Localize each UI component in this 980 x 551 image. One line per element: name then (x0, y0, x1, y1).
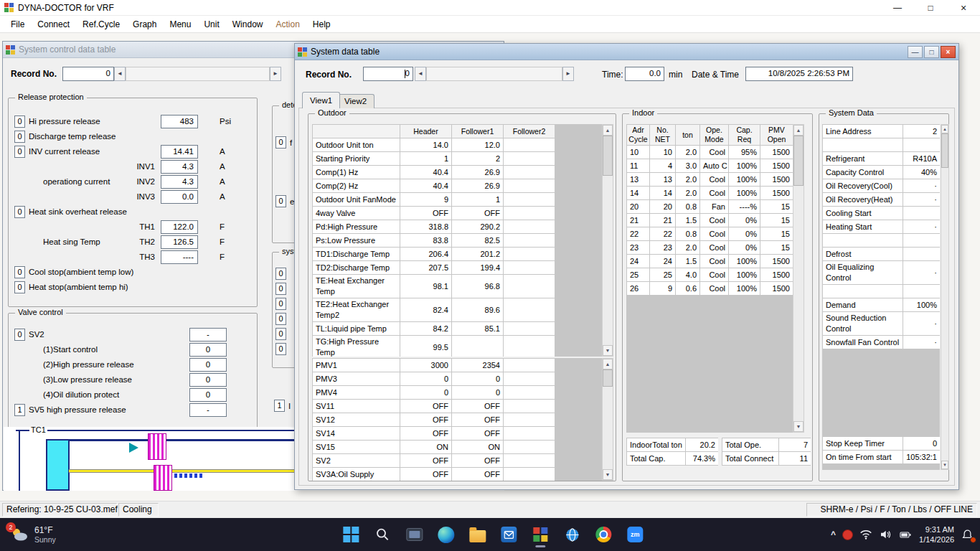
menu-help[interactable]: Help (306, 17, 337, 32)
table-cell: 13 (627, 173, 650, 187)
scroll-down-button[interactable]: ▼ (941, 461, 948, 469)
table-cell: 1 (400, 152, 452, 166)
table-cell: 1500 (760, 159, 793, 173)
app-maximize-button[interactable]: □ (914, 0, 947, 16)
scrollbar-thumb[interactable] (941, 133, 948, 168)
notification-bell-icon[interactable] (961, 528, 974, 542)
table-row: TE:Heat Exchanger Temp98.196.8 (313, 275, 555, 298)
record-next-button[interactable]: ► (562, 67, 574, 81)
flag-box: 0 (275, 328, 286, 340)
table-cell: Follower2 (504, 125, 555, 138)
taskbar-icon-edge[interactable] (432, 520, 459, 549)
volume-icon[interactable] (879, 528, 892, 541)
scroll-up-button[interactable]: ▲ (793, 125, 804, 136)
scrollbar-track[interactable] (941, 168, 948, 461)
taskbar-icon-zoom[interactable]: zm (621, 520, 649, 549)
menu-graph[interactable]: Graph (126, 17, 163, 32)
table-cell (504, 386, 555, 400)
table-cell (823, 285, 903, 298)
record-no-field[interactable]: 0 (363, 67, 413, 81)
table-cell: 26.9 (452, 179, 504, 193)
table-cell: TL:Liquid pipe Temp (313, 322, 400, 336)
menu-action[interactable]: Action (269, 17, 306, 32)
outdoor-group: Outdoor HeaderFollower1Follower2 Outdoor… (308, 113, 616, 481)
system-data-scrollbar: ▲ ▼ (941, 124, 949, 470)
scrollbar-track[interactable] (793, 186, 804, 421)
record-next-button[interactable]: ► (270, 67, 281, 81)
window-minimize-button[interactable]: — (908, 46, 923, 58)
weather-temp: 61°F (34, 525, 56, 535)
window-maximize-button[interactable]: □ (924, 46, 939, 58)
menu-window[interactable]: Window (226, 17, 270, 32)
menu-unit[interactable]: Unit (197, 17, 225, 32)
unit-label: F (220, 237, 225, 246)
time-field[interactable]: 0.0 (625, 67, 664, 81)
field-row: (3)Low pressure release0 (9, 373, 257, 388)
scroll-down-button[interactable]: ▼ (603, 469, 613, 480)
weather-widget[interactable]: 2 61°F Sunny (3, 520, 63, 549)
table-cell: 84.2 (400, 322, 452, 336)
taskbar-icon-mail[interactable] (495, 520, 522, 549)
scroll-up-button[interactable]: ▲ (603, 359, 613, 369)
taskbar-clock[interactable]: 9:31 AM 1/14/2026 (919, 524, 954, 545)
record-prev-button[interactable]: ◄ (415, 67, 426, 81)
record-scroll-track[interactable] (126, 67, 270, 81)
taskbar-icon-desktop[interactable] (400, 520, 428, 549)
record-no-label: Record No. (306, 70, 352, 80)
unit-label: A (220, 192, 225, 201)
menu-file[interactable]: File (4, 17, 31, 32)
table-cell (504, 298, 555, 322)
folder-icon (469, 530, 486, 542)
scrollbar-thumb[interactable] (793, 136, 804, 186)
table-cell (903, 248, 941, 261)
system-data-window: System data table — □ × Record No. 0 ◄ ►… (294, 43, 959, 490)
table-cell: Starting Priority (313, 152, 400, 166)
record-no-field[interactable]: 0 (62, 67, 114, 81)
menu-menu[interactable]: Menu (163, 17, 197, 32)
table-cell: 22 (650, 227, 676, 241)
scrollbar-track[interactable] (603, 176, 613, 345)
taskbar-icon-globe[interactable] (558, 520, 585, 549)
value-field: 0 (189, 343, 227, 357)
datetime-label: Date & Time (692, 70, 739, 80)
table-row: Total Cap.74.3% (627, 452, 719, 466)
tab-view1[interactable]: View1 (302, 92, 340, 108)
app-close-button[interactable]: × (947, 0, 980, 16)
table-cell (504, 413, 555, 427)
table-cell: 0 (400, 386, 452, 400)
taskbar-icon-chrome[interactable] (590, 520, 617, 549)
taskbar-icon-start[interactable] (337, 520, 364, 549)
table-cell: PMV1 (313, 359, 400, 372)
scroll-up-button[interactable]: ▲ (603, 125, 613, 136)
taskbar-icon-search[interactable] (369, 520, 396, 549)
tab-view2[interactable]: View2 (336, 94, 374, 108)
window-close-button[interactable]: × (941, 46, 956, 58)
record-prev-button[interactable]: ◄ (114, 67, 126, 81)
flag-box: 0 (14, 146, 25, 158)
scroll-down-button[interactable]: ▼ (603, 345, 613, 356)
record-scroll-track[interactable] (426, 67, 562, 81)
table-cell (903, 234, 941, 248)
app-minimize-button[interactable]: — (881, 0, 914, 16)
table-row: Line Address2 (823, 125, 941, 138)
datetime-field[interactable]: 10/8/2025 2:26:53 PM (745, 67, 853, 81)
table-cell: Stop Keep Timer (823, 437, 903, 451)
wifi-icon[interactable] (859, 529, 872, 540)
table-cell: 89.6 (452, 298, 504, 322)
menu-refcycle[interactable]: Ref.Cycle (76, 17, 126, 32)
tray-chevron-up-icon[interactable]: ^ (831, 529, 836, 540)
tray-antivirus-icon[interactable] (842, 529, 853, 540)
data-window-titlebar[interactable]: System data table — □ × (295, 44, 958, 60)
battery-icon[interactable] (898, 529, 913, 541)
scrollbar-thumb[interactable] (603, 136, 613, 176)
scroll-down-button[interactable]: ▼ (793, 421, 804, 432)
scrollbar-track[interactable] (603, 387, 613, 469)
taskbar-icon-file-explorer[interactable] (463, 520, 491, 549)
scroll-up-button[interactable]: ▲ (941, 125, 948, 133)
menu-connect[interactable]: Connect (31, 17, 76, 32)
indoor-table: Adr CycleNo. NETtonOpe. ModeCap. ReqPMV … (626, 124, 793, 433)
table-cell: · (903, 220, 941, 234)
taskbar-icon-dyna-doctor[interactable] (527, 520, 554, 549)
table-cell: 23 (627, 241, 650, 255)
scrollbar-thumb[interactable] (603, 369, 613, 387)
